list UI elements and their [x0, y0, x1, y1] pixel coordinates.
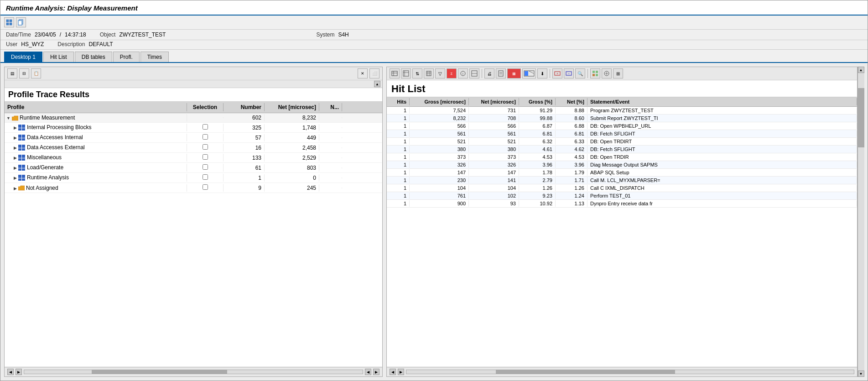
- copy-icon[interactable]: [16, 17, 26, 27]
- lp-icon-3[interactable]: 📋: [31, 68, 41, 78]
- hit-cell-gp: 4.61: [519, 146, 556, 152]
- lp-icon-2[interactable]: ⊟: [19, 68, 29, 78]
- tree-cell-selection: [187, 174, 223, 182]
- scroll-right-btn[interactable]: ▶: [16, 369, 22, 375]
- row-checkbox[interactable]: [203, 134, 208, 140]
- rt-icon-11[interactable]: ▦: [507, 68, 521, 78]
- hit-row[interactable]: 18,23270899.888.60Submit Report ZWYZTEST…: [387, 115, 857, 122]
- hit-row[interactable]: 13733734.534.53DB: Open TRDIR: [387, 153, 857, 161]
- rt-icon-4[interactable]: [424, 68, 434, 78]
- rt-icon-12[interactable]: [522, 68, 536, 78]
- hit-cell-np: 6.81: [556, 130, 587, 137]
- expand-arrow[interactable]: ▶: [14, 156, 17, 160]
- scroll-up-btn[interactable]: ▲: [374, 81, 380, 87]
- tree-cell-n: [319, 117, 342, 118]
- content-area: ▤ ⊟ 📋 ✕ ⬜ ▲ Profile Trace Results Profil…: [0, 63, 868, 381]
- tree-row[interactable]: ▶Internal Processing Blocks3251,748: [5, 123, 382, 133]
- right-toolbar: ⇅ ▽ Σ i 🖨 ▦: [387, 67, 857, 80]
- rt-icon-17[interactable]: [590, 68, 600, 78]
- expand-arrow[interactable]: ▶: [14, 125, 17, 130]
- left-panel-bottom: ◀ ▶ ◀ ▶: [5, 367, 382, 376]
- hit-cell-gp: 10.92: [519, 200, 556, 207]
- row-checkbox[interactable]: [203, 184, 208, 190]
- right-title: Hit List: [387, 80, 857, 97]
- hit-row[interactable]: 11041041.261.26Call C IXML_DISPATCH: [387, 184, 857, 192]
- tree-cell-label: Miscellaneous: [27, 154, 62, 161]
- hit-cell-gross: 8,232: [410, 115, 469, 121]
- lp-close-icon[interactable]: ✕: [358, 68, 368, 78]
- hit-row[interactable]: 15615616.816.81DB: Fetch SFLIGHT: [387, 130, 857, 138]
- expand-arrow[interactable]: ▶: [14, 186, 17, 191]
- svg-rect-22: [18, 165, 21, 168]
- rt-icon-2[interactable]: [401, 68, 411, 78]
- rt-icon-9[interactable]: 🖨: [484, 68, 494, 78]
- col-header-selection: Selection: [187, 103, 223, 111]
- tree-row[interactable]: ▶Data Accesses Internal57449: [5, 133, 382, 143]
- rp-scroll-right[interactable]: ▶: [398, 369, 404, 375]
- hit-cell-stmt: DB: Open TRDIRT: [587, 138, 857, 145]
- expand-arrow[interactable]: ▶: [14, 166, 17, 170]
- tree-row[interactable]: ▶Data Accesses External162,458: [5, 143, 382, 153]
- tree-cell-number: 1: [223, 174, 265, 182]
- tree-cell-profile: ▶Miscellaneous: [5, 154, 187, 162]
- rt-icon-3[interactable]: ⇅: [412, 68, 422, 78]
- expand-arrow[interactable]: ▼: [6, 116, 10, 120]
- rp-scroll-left[interactable]: ◀: [390, 369, 396, 375]
- row-checkbox[interactable]: [203, 144, 208, 150]
- h-scrollbar-track[interactable]: [24, 370, 363, 374]
- row-checkbox[interactable]: [203, 124, 208, 130]
- svg-rect-30: [392, 71, 397, 76]
- hit-row[interactable]: 13263263.963.96Diag Message Output SAPMS: [387, 161, 857, 169]
- side-scroll-up[interactable]: ▲: [858, 67, 864, 73]
- tab-dbtables[interactable]: DB tables: [75, 52, 112, 62]
- svg-rect-48: [525, 71, 528, 76]
- expand-arrow[interactable]: ▶: [14, 176, 17, 180]
- tree-row[interactable]: ▶Not Assigned9245: [5, 183, 382, 193]
- hit-row[interactable]: 15215216.326.33DB: Open TRDIRT: [387, 138, 857, 146]
- lp-expand-icon[interactable]: ⬜: [369, 68, 379, 78]
- rt-icon-7[interactable]: i: [458, 68, 468, 78]
- row-checkbox[interactable]: [203, 164, 208, 170]
- scroll-right3-btn[interactable]: ▶: [373, 369, 379, 375]
- rp-h-scrollbar[interactable]: [406, 370, 854, 374]
- rt-icon-16[interactable]: 🔍: [575, 68, 585, 78]
- row-checkbox[interactable]: [203, 174, 208, 180]
- rt-icon-19[interactable]: ⊞: [613, 68, 623, 78]
- tree-row[interactable]: ▶Miscellaneous1332,529: [5, 153, 382, 163]
- lp-icon-1[interactable]: ▤: [7, 68, 17, 78]
- tree-row[interactable]: ▶Load/Generate61803: [5, 163, 382, 173]
- side-scroll-down[interactable]: ▼: [858, 371, 864, 377]
- svg-text:−: −: [568, 72, 570, 76]
- tab-hitlist[interactable]: Hit List: [43, 52, 74, 62]
- scroll-right2-btn[interactable]: ◀: [365, 369, 371, 375]
- rt-icon-1[interactable]: [390, 68, 400, 78]
- expand-arrow[interactable]: ▶: [14, 136, 17, 140]
- tab-times[interactable]: Times: [140, 52, 169, 62]
- tab-profl[interactable]: Profl.: [113, 52, 140, 62]
- hit-row[interactable]: 15665666.876.88DB: Open WPBHELP_URL: [387, 122, 857, 130]
- rt-icon-5[interactable]: ▽: [435, 68, 445, 78]
- rt-icon-14[interactable]: +: [552, 68, 562, 78]
- hit-row[interactable]: 13803804.614.62DB: Fetch SFLIGHT: [387, 146, 857, 153]
- rt-icon-6[interactable]: Σ: [447, 68, 457, 78]
- tab-desktop1[interactable]: Desktop 1: [4, 52, 42, 62]
- expand-arrow[interactable]: ▶: [14, 146, 17, 150]
- svg-line-49: [529, 71, 534, 73]
- row-checkbox[interactable]: [203, 154, 208, 160]
- rt-icon-15[interactable]: −: [564, 68, 574, 78]
- rt-icon-13[interactable]: ⬇: [537, 68, 547, 78]
- rt-icon-10[interactable]: [496, 68, 506, 78]
- hit-cell-np: 4.53: [556, 154, 587, 160]
- rt-icon-18[interactable]: [602, 68, 612, 78]
- grid-icon[interactable]: [4, 17, 14, 27]
- hit-row[interactable]: 12301412.791.71Call M. LCL_MYXMLPARSER=: [387, 177, 857, 184]
- hit-row[interactable]: 17,52473191.298.88Program ZWYZTEST_TEST: [387, 107, 857, 115]
- hit-row[interactable]: 19009310.921.13Dynpro Entry receive data…: [387, 200, 857, 208]
- scroll-left-btn[interactable]: ◀: [7, 369, 14, 375]
- rt-icon-8[interactable]: [469, 68, 479, 78]
- tree-row[interactable]: ▶Runtime Analysis10: [5, 173, 382, 183]
- side-scroll-thumb: [858, 88, 864, 147]
- tree-row[interactable]: ▼Runtime Measurement6028,232: [5, 113, 382, 123]
- hit-row[interactable]: 17611029.231.24Perform TEST_01: [387, 192, 857, 200]
- hit-row[interactable]: 11471471.781.79ABAP SQL Setup: [387, 169, 857, 177]
